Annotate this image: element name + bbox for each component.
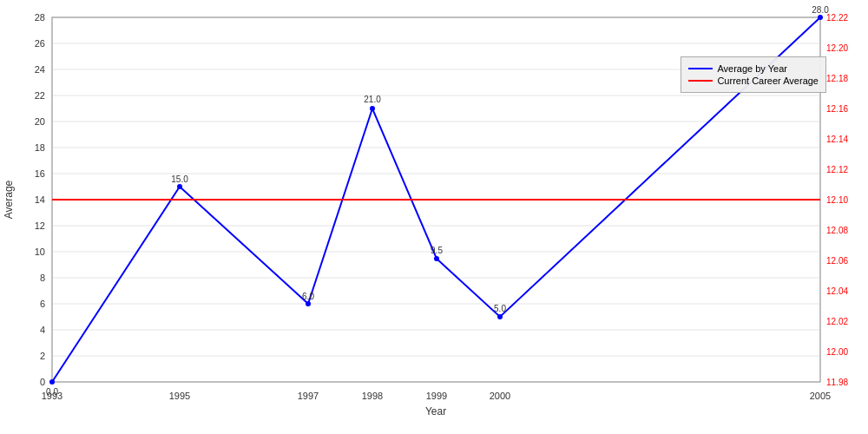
svg-text:14: 14	[35, 194, 45, 205]
svg-text:1995: 1995	[169, 391, 190, 401]
svg-text:24: 24	[35, 64, 45, 75]
legend-line-red	[688, 80, 713, 82]
legend-label-career: Current Career Average	[717, 76, 819, 86]
right-y-12.08: 12.08	[826, 226, 848, 235]
svg-text:28: 28	[35, 12, 45, 23]
right-y-12.06: 12.06	[826, 256, 848, 266]
right-y-12.20: 12.20	[826, 43, 848, 53]
data-point-1997	[306, 301, 311, 306]
chart-container: 28 26 24 22 20 18 16 14 12 10 8 6	[0, 0, 868, 434]
right-y-11.98: 11.98	[826, 378, 848, 387]
svg-text:0: 0	[40, 377, 45, 387]
right-y-12.02: 12.02	[826, 317, 848, 326]
svg-text:8: 8	[40, 273, 45, 283]
data-point-2000	[497, 314, 503, 319]
legend-item-career: Current Career Average	[688, 76, 819, 86]
svg-text:10: 10	[35, 247, 45, 257]
label-1998: 21.0	[364, 95, 381, 104]
right-y-12.22: 12.22	[826, 13, 848, 23]
data-point-1998	[370, 106, 375, 111]
right-y-12.12: 12.12	[826, 165, 848, 174]
legend: Average by Year Current Career Average	[681, 56, 826, 93]
legend-label-average: Average by Year	[717, 63, 787, 74]
label-1999: 9.5	[431, 246, 443, 255]
svg-text:12: 12	[35, 220, 45, 231]
svg-text:2: 2	[40, 351, 45, 361]
data-point-1999	[434, 256, 439, 261]
svg-text:1997: 1997	[298, 391, 319, 401]
y-axis-label: Average	[3, 180, 15, 219]
svg-text:22: 22	[35, 90, 45, 101]
right-y-12.14: 12.14	[826, 135, 848, 144]
right-y-12.18: 12.18	[826, 74, 848, 83]
svg-text:18: 18	[35, 142, 45, 153]
right-y-12.00: 12.00	[826, 347, 848, 357]
right-y-12.10: 12.10	[826, 195, 848, 205]
svg-text:1999: 1999	[426, 391, 447, 401]
label-1995: 15.0	[171, 174, 188, 184]
svg-text:2005: 2005	[810, 391, 831, 401]
data-point-1993	[49, 379, 55, 385]
legend-item-average: Average by Year	[688, 63, 819, 74]
data-point-1995	[177, 184, 182, 189]
legend-line-blue	[688, 68, 713, 69]
label-2000: 5.0	[494, 304, 506, 313]
label-1993: 0.0	[46, 387, 58, 397]
x-axis-label: Year	[425, 405, 446, 418]
svg-text:4: 4	[40, 325, 45, 335]
label-1997: 6.0	[302, 292, 314, 301]
svg-text:16: 16	[35, 168, 45, 179]
svg-text:2000: 2000	[490, 391, 510, 401]
right-y-12.04: 12.04	[826, 286, 848, 296]
data-point-2005	[818, 15, 823, 20]
svg-text:6: 6	[40, 299, 45, 309]
svg-text:1998: 1998	[362, 391, 383, 401]
right-y-12.16: 12.16	[826, 104, 848, 114]
svg-text:26: 26	[35, 38, 45, 49]
svg-text:20: 20	[35, 116, 45, 127]
